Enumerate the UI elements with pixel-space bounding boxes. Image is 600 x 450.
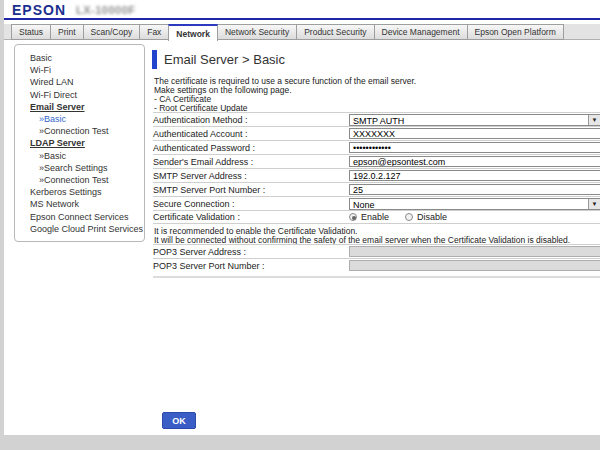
sidebar-nav: BasicWi-FiWired LANWi-Fi DirectEmail Ser… bbox=[14, 44, 145, 242]
radio-label: Enable bbox=[361, 212, 389, 222]
printer-model-redacted: LX-10000F bbox=[76, 4, 136, 16]
pop3-server-port-number-input bbox=[349, 260, 600, 271]
authenticated-account-input[interactable] bbox=[349, 128, 600, 139]
sidebar-item-ms-network[interactable]: MS Network bbox=[15, 198, 144, 210]
form-end-divider bbox=[153, 276, 600, 278]
radio-option-enable[interactable]: Enable bbox=[349, 212, 389, 222]
sidebar-item-connection-test[interactable]: »Connection Test bbox=[15, 174, 144, 186]
tab-print[interactable]: Print bbox=[50, 24, 83, 40]
form-row: SMTP Server Port Number : bbox=[153, 182, 600, 196]
note-line-2: It will be connected without confirming … bbox=[154, 236, 570, 245]
form-row: Secure Connection : None▼ bbox=[153, 196, 600, 210]
certificate-note: It is recommended to enable the Certific… bbox=[154, 227, 570, 244]
tab-product-security[interactable]: Product Security bbox=[296, 24, 374, 40]
sidebar-item-wi-fi-direct[interactable]: Wi-Fi Direct bbox=[15, 89, 144, 101]
tab-device-management[interactable]: Device Management bbox=[374, 24, 468, 40]
radio-option-disable[interactable]: Disable bbox=[405, 212, 447, 222]
title-accent-bar bbox=[152, 50, 157, 69]
sidebar-item-basic[interactable]: »Basic bbox=[15, 150, 144, 162]
field-label: Authenticated Account : bbox=[153, 129, 349, 139]
radio-icon[interactable] bbox=[405, 213, 413, 221]
smtp-server-port-number-input[interactable] bbox=[349, 184, 600, 195]
dropdown-arrow-icon[interactable]: ▼ bbox=[588, 199, 600, 209]
secure-connection-select[interactable]: None▼ bbox=[349, 198, 600, 210]
tab-bar: StatusPrintScan/CopyFaxNetworkNetwork Se… bbox=[4, 24, 600, 40]
sidebar-item-ldap-server[interactable]: LDAP Server bbox=[15, 137, 144, 149]
pop3-form: POP3 Server Address : POP3 Server Port N… bbox=[153, 244, 600, 272]
page-title-block: Email Server > Basic bbox=[152, 50, 285, 69]
header-divider bbox=[4, 18, 600, 20]
email-server-form: Authentication Method : SMTP AUTH▼ Authe… bbox=[153, 112, 600, 224]
form-row: Certificate Validation : EnableDisable bbox=[153, 210, 600, 224]
radio-label: Disable bbox=[417, 212, 447, 222]
sidebar-item-google-cloud-print-services[interactable]: Google Cloud Print Services bbox=[15, 223, 144, 235]
selected-value: None bbox=[353, 200, 375, 210]
form-row: Authenticated Password : bbox=[153, 140, 600, 154]
intro-text: The certificate is required to use a sec… bbox=[154, 77, 416, 113]
form-row: POP3 Server Port Number : bbox=[153, 258, 600, 272]
form-row: Sender's Email Address : bbox=[153, 154, 600, 168]
radio-icon[interactable] bbox=[349, 213, 357, 221]
tab-network-security[interactable]: Network Security bbox=[217, 24, 297, 40]
field-label: SMTP Server Address : bbox=[153, 171, 349, 181]
sidebar-item-basic[interactable]: Basic bbox=[15, 52, 144, 64]
authenticated-password-input[interactable] bbox=[349, 142, 600, 153]
field-label: SMTP Server Port Number : bbox=[153, 185, 349, 195]
sidebar-item-wi-fi[interactable]: Wi-Fi bbox=[15, 64, 144, 76]
tab-status[interactable]: Status bbox=[11, 24, 51, 40]
selected-value: SMTP AUTH bbox=[353, 116, 404, 126]
page-title: Email Server > Basic bbox=[164, 52, 285, 67]
tab-network[interactable]: Network bbox=[168, 24, 218, 41]
dropdown-arrow-icon[interactable]: ▼ bbox=[588, 115, 600, 125]
form-row: Authenticated Account : bbox=[153, 126, 600, 140]
form-row: SMTP Server Address : bbox=[153, 168, 600, 182]
sidebar-item-connection-test[interactable]: »Connection Test bbox=[15, 125, 144, 137]
field-label: Authentication Method : bbox=[153, 115, 349, 125]
sidebar-item-epson-connect-services[interactable]: Epson Connect Services bbox=[15, 211, 144, 223]
tab-epson-open-platform[interactable]: Epson Open Platform bbox=[467, 24, 564, 40]
form-row: POP3 Server Address : bbox=[153, 244, 600, 258]
tab-fax[interactable]: Fax bbox=[139, 24, 169, 40]
sidebar-item-kerberos-settings[interactable]: Kerberos Settings bbox=[15, 186, 144, 198]
field-label: Sender's Email Address : bbox=[153, 157, 349, 167]
field-label: Certificate Validation : bbox=[153, 212, 349, 222]
sidebar-item-basic[interactable]: »Basic bbox=[15, 113, 144, 125]
field-label: POP3 Server Port Number : bbox=[153, 261, 349, 271]
field-label: POP3 Server Address : bbox=[153, 247, 349, 257]
sidebar-item-wired-lan[interactable]: Wired LAN bbox=[15, 76, 144, 88]
ok-button[interactable]: OK bbox=[162, 412, 196, 429]
authentication-method-select[interactable]: SMTP AUTH▼ bbox=[349, 114, 600, 126]
sender-s-email-address-input[interactable] bbox=[349, 156, 600, 167]
field-label: Authenticated Password : bbox=[153, 143, 349, 153]
smtp-server-address-input[interactable] bbox=[349, 170, 600, 181]
pop3-server-address-input bbox=[349, 246, 600, 257]
tab-scan-copy[interactable]: Scan/Copy bbox=[83, 24, 141, 40]
sidebar-item-search-settings[interactable]: »Search Settings bbox=[15, 162, 144, 174]
field-label: Secure Connection : bbox=[153, 199, 349, 209]
sidebar-item-email-server[interactable]: Email Server bbox=[15, 101, 144, 113]
web-config-page: EPSON LX-10000F StatusPrintScan/CopyFaxN… bbox=[4, 0, 600, 435]
form-row: Authentication Method : SMTP AUTH▼ bbox=[153, 112, 600, 126]
epson-logo: EPSON bbox=[12, 2, 66, 18]
